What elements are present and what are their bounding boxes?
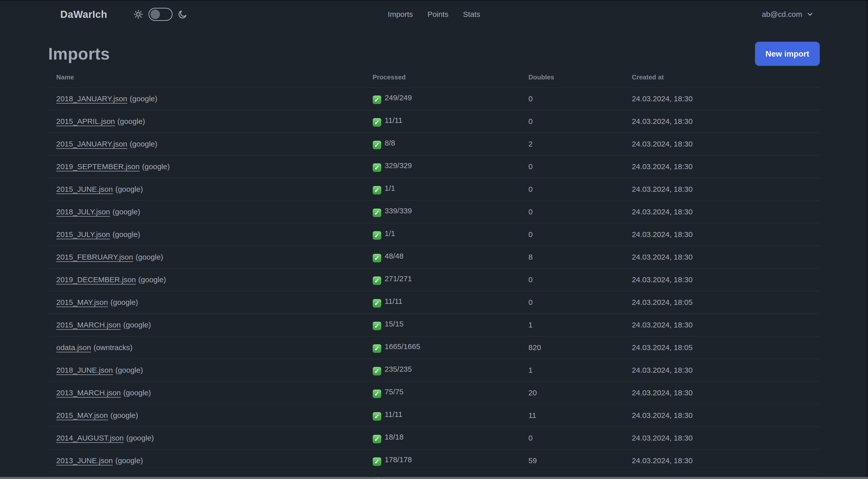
import-source: (google) — [113, 230, 140, 239]
created-at-cell: 24.03.2024, 18:30 — [624, 268, 820, 291]
nav-link-imports[interactable]: Imports — [388, 10, 413, 19]
check-icon: ✓ — [373, 141, 381, 149]
check-icon: ✓ — [373, 344, 381, 353]
created-at-cell: 24.03.2024, 18:30 — [624, 404, 820, 427]
doubles-cell: 1 — [520, 313, 624, 336]
processed-cell: ✓11/11 — [365, 404, 521, 427]
created-at-cell: 24.03.2024, 18:30 — [624, 223, 820, 246]
processed-count: 329/329 — [385, 161, 412, 170]
import-file-link[interactable]: 2014_AUGUST.json — [56, 434, 124, 442]
table-row: 2019_SEPTEMBER.json(google) ✓329/329 0 2… — [48, 155, 820, 178]
import-file-link[interactable]: 2015_JULY.json — [56, 230, 110, 239]
doubles-cell: 59 — [520, 449, 624, 472]
created-at-cell: 24.03.2024, 18:30 — [624, 178, 820, 201]
imports-table: Name Processed Doubles Created at 2018_J… — [48, 66, 820, 479]
name-cell: odata.json(owntracks) — [48, 336, 365, 359]
horizontal-scrollbar[interactable] — [0, 477, 868, 479]
name-cell: 2015_JULY.json(google) — [48, 223, 365, 246]
import-file-link[interactable]: 2019_SEPTEMBER.json — [56, 162, 140, 171]
processed-cell: ✓11/11 — [365, 110, 521, 133]
user-email: ab@cd.com — [762, 10, 802, 19]
processed-cell: ✓329/329 — [365, 155, 521, 178]
import-source: (google) — [113, 208, 140, 216]
import-source: (google) — [111, 411, 138, 419]
import-file-link[interactable]: 2018_JANUARY.json — [56, 94, 127, 103]
nav-link-points[interactable]: Points — [428, 10, 448, 19]
import-source: (google) — [130, 140, 157, 148]
import-file-link[interactable]: 2018_JUNE.json — [56, 366, 113, 374]
import-source: (google) — [115, 185, 143, 193]
doubles-cell: 0 — [520, 87, 624, 110]
sun-icon — [133, 9, 144, 19]
vertical-scrollbar-track[interactable] — [866, 0, 868, 479]
column-header-processed: Processed — [365, 66, 521, 87]
user-menu[interactable]: ab@cd.com — [762, 10, 814, 19]
check-icon: ✓ — [373, 390, 381, 398]
table-row: 2018_JANUARY.json(google) ✓249/249 0 24.… — [48, 87, 820, 110]
check-glyph: ✓ — [374, 142, 379, 148]
processed-cell: ✓339/339 — [365, 201, 521, 223]
import-file-link[interactable]: 2015_MARCH.json — [56, 321, 121, 329]
import-source: (google) — [115, 456, 143, 465]
name-cell: 2015_JANUARY.json(google) — [48, 133, 365, 155]
import-file-link[interactable]: 2013_MARCH.json — [56, 389, 121, 397]
check-icon: ✓ — [373, 457, 381, 466]
doubles-cell: 0 — [520, 223, 624, 246]
processed-count: 249/249 — [385, 93, 412, 102]
processed-count: 1665/1665 — [385, 342, 421, 351]
theme-toggle — [133, 8, 188, 21]
doubles-cell: 2 — [520, 133, 624, 155]
check-icon: ✓ — [373, 163, 381, 172]
table-row: odata.json(owntracks) ✓1665/1665 820 24.… — [48, 336, 820, 359]
name-cell: 2015_MAY.json(google) — [48, 404, 365, 427]
import-file-link[interactable]: 2013_JUNE.json — [56, 456, 113, 465]
processed-cell: ✓235/235 — [365, 359, 521, 382]
table-row: 2018_JUNE.json(google) ✓235/235 1 24.03.… — [48, 359, 820, 382]
theme-toggle-switch[interactable] — [149, 8, 173, 21]
imports-table-body: 2018_JANUARY.json(google) ✓249/249 0 24.… — [48, 87, 820, 479]
processed-count: 18/18 — [385, 433, 404, 441]
import-source: (owntracks) — [93, 343, 132, 352]
new-import-button[interactable]: New import — [755, 42, 820, 66]
check-icon: ✓ — [373, 435, 381, 443]
doubles-cell: 8 — [520, 246, 624, 268]
import-file-link[interactable]: 2015_MAY.json — [56, 298, 108, 306]
imports-table-header: Name Processed Doubles Created at — [48, 66, 820, 87]
check-glyph: ✓ — [374, 300, 379, 307]
app-logo[interactable]: DaWarIch — [60, 9, 107, 20]
column-header-doubles: Doubles — [520, 66, 624, 87]
doubles-cell: 1 — [520, 359, 624, 382]
check-glyph: ✓ — [374, 323, 379, 329]
check-glyph: ✓ — [374, 187, 379, 193]
theme-toggle-knob — [150, 9, 160, 19]
processed-count: 11/11 — [385, 297, 403, 305]
check-glyph: ✓ — [374, 278, 379, 284]
doubles-cell: 11 — [520, 404, 624, 427]
import-file-link[interactable]: 2018_JULY.json — [56, 208, 110, 216]
created-at-cell: 24.03.2024, 18:30 — [624, 382, 820, 404]
check-icon: ✓ — [373, 231, 381, 240]
table-row: 2015_JULY.json(google) ✓1/1 0 24.03.2024… — [48, 223, 820, 246]
doubles-cell: 820 — [520, 336, 624, 359]
check-glyph: ✓ — [374, 210, 379, 216]
import-file-link[interactable]: odata.json — [56, 343, 91, 352]
processed-cell: ✓271/271 — [365, 268, 521, 291]
import-source: (google) — [126, 434, 154, 442]
processed-cell: ✓48/48 — [365, 246, 521, 268]
processed-cell: ✓11/11 — [365, 291, 521, 313]
processed-count: 15/15 — [385, 320, 404, 328]
import-file-link[interactable]: 2019_DECEMBER.json — [56, 275, 136, 284]
page-title: Imports — [48, 44, 110, 63]
table-row: 2015_JUNE.json(google) ✓1/1 0 24.03.2024… — [48, 178, 820, 201]
import-file-link[interactable]: 2015_MAY.json — [56, 411, 108, 419]
import-source: (google) — [138, 275, 166, 284]
import-file-link[interactable]: 2015_APRIL.json — [56, 117, 115, 125]
nav-link-stats[interactable]: Stats — [463, 10, 480, 19]
name-cell: 2018_JANUARY.json(google) — [48, 87, 365, 110]
import-file-link[interactable]: 2015_FEBRUARY.json — [56, 253, 133, 261]
import-source: (google) — [142, 162, 170, 171]
import-file-link[interactable]: 2015_JUNE.json — [56, 185, 113, 193]
import-file-link[interactable]: 2015_JANUARY.json — [56, 140, 127, 148]
check-icon: ✓ — [373, 322, 381, 330]
created-at-cell: 24.03.2024, 18:30 — [624, 133, 820, 155]
